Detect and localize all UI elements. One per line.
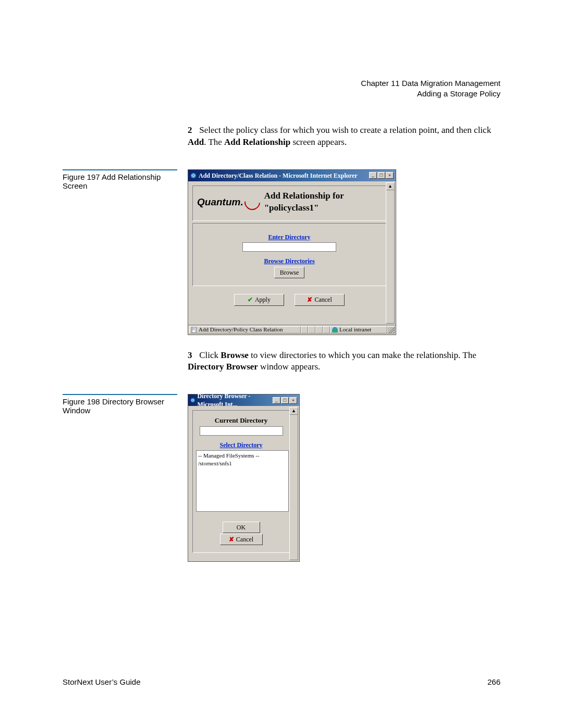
current-directory-label: Current Directory bbox=[196, 416, 286, 425]
svg-rect-3 bbox=[332, 329, 338, 332]
page-header: Chapter 11 Data Migration Management Add… bbox=[63, 78, 500, 98]
window-titlebar[interactable]: Add Directory/Class Relation - Microsoft… bbox=[188, 170, 396, 181]
directory-browser-window: Directory Browser - Microsoft Int... _ □… bbox=[188, 394, 300, 562]
browse-directories-label: Browse Directories bbox=[197, 257, 382, 265]
page-number: 266 bbox=[487, 677, 500, 686]
figure-198-caption: Figure 198 Directory Browser Window bbox=[63, 397, 177, 415]
browse-button[interactable]: Browse bbox=[274, 267, 305, 278]
intranet-icon bbox=[332, 327, 338, 332]
minimize-button[interactable]: _ bbox=[369, 172, 377, 179]
close-button[interactable]: × bbox=[289, 397, 297, 404]
ie-icon bbox=[190, 172, 197, 179]
figure-197-caption: Figure 197 Add Relationship Screen bbox=[63, 172, 177, 190]
resize-grip-icon[interactable] bbox=[387, 326, 395, 334]
figure-198-rule bbox=[63, 394, 177, 395]
quantum-swoosh-icon bbox=[241, 191, 263, 213]
add-relationship-heading: Add Relationship for "policyclass1" bbox=[264, 190, 382, 214]
cancel-button[interactable]: ✘ Cancel bbox=[295, 294, 345, 305]
step-2-text: 2 Select the policy class for which you … bbox=[188, 125, 500, 149]
close-button[interactable]: × bbox=[386, 172, 394, 179]
window-title-text: Add Directory/Class Relation - Microsoft… bbox=[199, 171, 358, 180]
step-3-number: 3 bbox=[188, 350, 197, 362]
window-titlebar[interactable]: Directory Browser - Microsoft Int... _ □… bbox=[188, 394, 299, 406]
list-item[interactable]: /stornext/snfs1 bbox=[198, 460, 287, 467]
step-2-number: 2 bbox=[188, 125, 197, 137]
ok-button[interactable]: OK bbox=[223, 522, 260, 533]
directory-listbox[interactable]: -- Managed FileSystems -- /stornext/snfs… bbox=[196, 450, 289, 512]
check-icon: ✔ bbox=[248, 295, 253, 304]
dialog-main-panel: Quantum. Add Relationship for "policycla… bbox=[192, 186, 386, 221]
select-directory-label: Select Directory bbox=[196, 441, 286, 449]
enter-directory-label: Enter Directory bbox=[197, 233, 382, 241]
figure-197-rule bbox=[63, 169, 177, 170]
x-icon: ✘ bbox=[229, 535, 234, 544]
chapter-line: Chapter 11 Data Migration Management bbox=[63, 78, 500, 89]
enter-directory-input[interactable] bbox=[242, 242, 336, 252]
scrollbar[interactable]: ▲ bbox=[289, 407, 298, 560]
current-directory-input[interactable] bbox=[200, 426, 283, 436]
quantum-logo: Quantum. bbox=[197, 195, 243, 209]
section-line: Adding a Storage Policy bbox=[63, 89, 500, 99]
cancel-button[interactable]: ✘ Cancel bbox=[220, 534, 263, 545]
x-icon: ✘ bbox=[307, 295, 312, 304]
apply-button[interactable]: ✔ Apply bbox=[234, 294, 284, 305]
maximize-button[interactable]: □ bbox=[377, 172, 385, 179]
status-bar: Add Directory/Policy Class Relation Loca… bbox=[188, 325, 396, 335]
maximize-button[interactable]: □ bbox=[281, 397, 289, 404]
minimize-button[interactable]: _ bbox=[273, 397, 280, 404]
step-3-text: 3 Click Browse to view directories to wh… bbox=[188, 350, 500, 374]
scrollbar[interactable]: ▲ bbox=[386, 182, 395, 324]
footer-title: StorNext User’s Guide bbox=[63, 677, 141, 686]
ie-icon bbox=[190, 397, 195, 403]
add-relationship-window: Add Directory/Class Relation - Microsoft… bbox=[188, 169, 396, 335]
page-icon bbox=[191, 327, 197, 332]
page-footer: StorNext User’s Guide 266 bbox=[63, 677, 500, 686]
list-item[interactable]: -- Managed FileSystems -- bbox=[198, 452, 287, 460]
